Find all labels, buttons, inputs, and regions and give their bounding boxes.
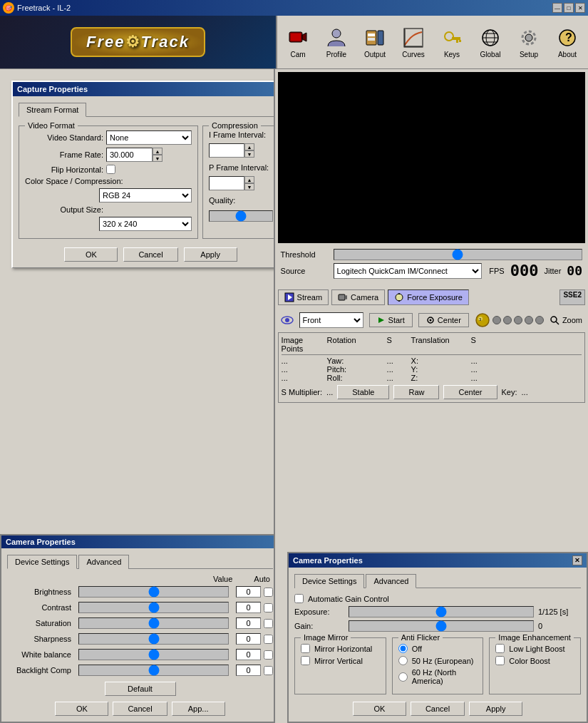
flicker-60-radio[interactable] <box>398 672 408 682</box>
pframe-down[interactable]: ▼ <box>244 183 254 190</box>
force-label: Force Exposure <box>407 293 463 302</box>
frame-rate-input[interactable] <box>106 148 153 162</box>
nav-item-output[interactable]: Output <box>357 23 393 62</box>
cam-right-tab-device[interactable]: Device Settings <box>294 574 364 588</box>
brightness-auto[interactable] <box>264 588 273 597</box>
frame-rate-up[interactable]: ▲ <box>153 148 163 155</box>
cam-right-button-row: OK Cancel Apply <box>294 702 581 716</box>
stable-button[interactable]: Stable <box>337 385 389 399</box>
gain-row: Gain: 0 <box>294 620 581 632</box>
cam-right-cancel-button[interactable]: Cancel <box>411 702 465 716</box>
contrast-slider[interactable] <box>78 602 229 613</box>
svg-point-28 <box>396 294 403 301</box>
led-3 <box>514 316 522 324</box>
tracking-center-button[interactable]: Center <box>443 385 497 399</box>
svg-rect-5 <box>378 31 383 45</box>
nav-item-setup[interactable]: Setup <box>511 23 547 62</box>
tab-stream-format[interactable]: Stream Format <box>19 103 86 117</box>
center-button[interactable]: Center <box>418 313 469 327</box>
nav-item-about[interactable]: ? About <box>550 23 585 62</box>
capture-cancel-button[interactable]: Cancel <box>123 247 177 262</box>
exposure-slider[interactable] <box>349 606 534 617</box>
svg-rect-6 <box>368 34 375 36</box>
pframe-up[interactable]: ▲ <box>244 176 254 183</box>
capture-ok-button[interactable]: OK <box>64 247 118 262</box>
nav-profile-label: Profile <box>326 51 346 58</box>
sharpness-slider[interactable] <box>78 633 229 645</box>
gain-slider[interactable] <box>349 620 534 632</box>
nav-item-global[interactable]: Global <box>473 23 508 62</box>
start-label: Start <box>388 316 405 324</box>
agc-checkbox[interactable] <box>294 594 304 603</box>
sse-badge: SSE2 <box>559 289 585 305</box>
pframe-row: P Frame Interval: ▲ ▼ <box>209 163 275 190</box>
cam-right-ok-button[interactable]: OK <box>353 702 406 716</box>
white-balance-slider[interactable] <box>78 649 229 660</box>
cam-left-default-button[interactable]: Default <box>105 682 176 696</box>
brightness-row: Brightness 0 <box>7 586 273 598</box>
mirror-v-checkbox[interactable] <box>301 656 310 665</box>
agc-row: Automatic Gain Control <box>294 594 581 603</box>
contrast-auto[interactable] <box>264 603 273 612</box>
nav-item-keys[interactable]: Keys <box>434 23 470 62</box>
backlight-slider[interactable] <box>78 665 229 676</box>
iframe-down[interactable]: ▼ <box>244 150 254 158</box>
flip-horizontal-row: Flip Horizontal: <box>25 165 192 174</box>
start-button[interactable]: Start <box>369 313 413 327</box>
cam-left-cancel-button[interactable]: Cancel <box>113 702 167 716</box>
capture-properties-dialog: Capture Properties ✕ Stream Format Video… <box>11 81 275 268</box>
mirror-v-label: Mirror Vertical <box>314 657 363 665</box>
raw-button[interactable]: Raw <box>393 385 439 399</box>
output-size-select[interactable]: 320 x 240 <box>99 217 192 231</box>
flip-horizontal-checkbox[interactable] <box>106 165 115 174</box>
cam-left-tab-advanced[interactable]: Advanced <box>78 555 129 569</box>
track-label-3: ... <box>282 374 324 382</box>
nav-keys-label: Keys <box>444 51 460 58</box>
cam-right-tab-advanced[interactable]: Advanced <box>366 574 416 588</box>
iframe-input[interactable] <box>209 143 244 158</box>
tracking-header: Image Points Rotation S Translation S <box>282 336 582 355</box>
view-select[interactable]: Front <box>299 312 363 328</box>
flicker-off-radio[interactable] <box>398 644 408 653</box>
nav-item-profile[interactable]: Profile <box>319 23 354 62</box>
cam-left-ok-button[interactable]: OK <box>55 702 108 716</box>
prop-headers: Value Auto <box>7 575 273 583</box>
frame-rate-down[interactable]: ▼ <box>153 155 163 162</box>
stream-button[interactable]: Stream <box>278 289 329 305</box>
backlight-auto[interactable] <box>264 666 273 675</box>
saturation-auto[interactable] <box>264 619 273 628</box>
cam-right-close-button[interactable]: ✕ <box>572 555 582 565</box>
video-standard-select[interactable]: None <box>106 130 192 145</box>
svg-rect-14 <box>459 40 461 42</box>
close-button[interactable]: ✕ <box>575 3 585 13</box>
iframe-up[interactable]: ▲ <box>244 143 254 150</box>
minimize-button[interactable]: — <box>552 3 562 13</box>
nav-item-cam[interactable]: Cam <box>280 23 316 62</box>
flicker-50-radio[interactable] <box>398 656 408 665</box>
mirror-h-checkbox[interactable] <box>301 644 310 653</box>
cam-right-apply-button[interactable]: Apply <box>469 702 522 716</box>
color-boost-checkbox[interactable] <box>495 656 505 665</box>
maximize-button[interactable]: □ <box>564 3 574 13</box>
low-light-checkbox[interactable] <box>495 644 505 653</box>
nav-item-curves[interactable]: Curves <box>396 23 431 62</box>
cam-left-apply-button[interactable]: App... <box>172 702 225 716</box>
capture-apply-button[interactable]: Apply <box>184 247 237 262</box>
source-select[interactable]: Logitech QuickCam IM/Connect <box>334 263 483 279</box>
cam-right-body: Device Settings Advanced Automatic Gain … <box>289 568 587 722</box>
saturation-slider[interactable] <box>78 617 229 629</box>
cam-left-tab-device[interactable]: Device Settings <box>7 555 77 569</box>
threshold-slider[interactable] <box>334 249 582 260</box>
pframe-input[interactable] <box>209 176 244 190</box>
force-exposure-button[interactable]: Force Exposure <box>388 289 469 305</box>
quality-slider[interactable] <box>209 210 273 222</box>
camera-icon-btn <box>338 292 348 302</box>
sharpness-auto[interactable] <box>264 635 273 644</box>
led-1 <box>492 316 501 324</box>
brightness-slider[interactable] <box>78 586 229 598</box>
color-space-select[interactable]: RGB 24 <box>99 188 192 202</box>
camera-button[interactable]: Camera <box>331 289 385 305</box>
dialog-close-button[interactable]: ✕ <box>274 84 275 94</box>
white-balance-auto[interactable] <box>264 650 273 660</box>
threshold-row: Threshold <box>281 249 582 260</box>
